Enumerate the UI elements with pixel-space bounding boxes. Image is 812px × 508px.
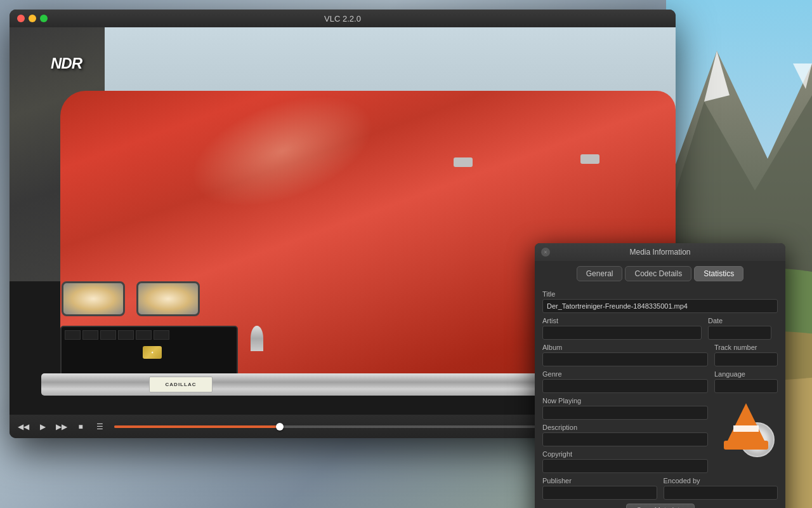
media-info-panel: × Media Information General Codec Detail… bbox=[535, 243, 785, 508]
window-controls bbox=[17, 15, 48, 22]
album-label: Album bbox=[542, 344, 708, 351]
maximize-button[interactable] bbox=[40, 15, 48, 22]
genre-label: Genre bbox=[542, 370, 708, 378]
cone-base bbox=[724, 441, 768, 450]
panel-tabs: General Codec Details Statistics bbox=[535, 261, 785, 286]
title-row: Title bbox=[542, 290, 778, 313]
title-label: Title bbox=[542, 290, 778, 298]
progress-fill bbox=[114, 425, 280, 428]
genre-group: Genre bbox=[542, 370, 708, 393]
publisher-label: Publisher bbox=[542, 477, 657, 485]
track-number-label: Track number bbox=[714, 344, 778, 351]
save-metadata-section: Save Metadata bbox=[542, 504, 778, 508]
album-group: Album bbox=[542, 344, 708, 366]
now-playing-input[interactable] bbox=[542, 406, 708, 420]
album-track-row: Album Track number bbox=[542, 344, 778, 366]
language-group: Language bbox=[714, 370, 778, 393]
tab-codec-details[interactable]: Codec Details bbox=[625, 266, 691, 281]
window-title: VLC 2.2.0 bbox=[324, 14, 361, 23]
artist-input[interactable] bbox=[542, 326, 702, 340]
vlc-titlebar: VLC 2.2.0 bbox=[10, 10, 676, 27]
genre-language-row: Genre Language bbox=[542, 370, 778, 393]
artist-date-row: Artist Date bbox=[542, 317, 778, 340]
language-input[interactable] bbox=[714, 379, 778, 393]
save-metadata-button[interactable]: Save Metadata bbox=[626, 504, 695, 508]
now-playing-section: Now Playing Description Copyright bbox=[542, 397, 778, 477]
ndr-logo: NDR bbox=[51, 56, 82, 71]
rewind-button[interactable]: ◀◀ bbox=[16, 419, 31, 434]
track-group: Track number bbox=[714, 344, 778, 366]
tab-statistics[interactable]: Statistics bbox=[694, 266, 743, 281]
vlc-icon-area bbox=[714, 397, 778, 460]
cone-body bbox=[726, 403, 766, 444]
progress-handle[interactable] bbox=[276, 423, 284, 431]
panel-title: Media Information bbox=[629, 248, 690, 257]
date-label: Date bbox=[708, 317, 771, 324]
tab-general[interactable]: General bbox=[577, 266, 623, 281]
language-label: Language bbox=[714, 370, 778, 378]
title-input[interactable] bbox=[542, 299, 778, 313]
album-input[interactable] bbox=[542, 352, 708, 366]
minimize-button[interactable] bbox=[29, 15, 36, 22]
panel-content: Title Artist Date Album Track number bbox=[535, 286, 785, 508]
stop-button[interactable]: ■ bbox=[73, 419, 88, 434]
vlc-cone bbox=[721, 400, 771, 457]
cone-stripe bbox=[733, 425, 759, 432]
publisher-encoded-row: Publisher Encoded by bbox=[542, 477, 778, 500]
artist-group: Artist bbox=[542, 317, 702, 340]
playlist-button[interactable]: ☰ bbox=[92, 419, 107, 434]
description-input[interactable] bbox=[542, 432, 708, 446]
date-input[interactable] bbox=[708, 326, 771, 340]
publisher-input[interactable] bbox=[542, 486, 657, 500]
copyright-input[interactable] bbox=[542, 459, 708, 473]
panel-close-button[interactable]: × bbox=[541, 248, 550, 257]
play-button[interactable]: ▶ bbox=[35, 419, 50, 434]
close-button[interactable] bbox=[17, 15, 25, 22]
encoded-by-group: Encoded by bbox=[664, 477, 778, 500]
encoded-by-label: Encoded by bbox=[664, 477, 778, 485]
artist-label: Artist bbox=[542, 317, 702, 324]
publisher-group: Publisher bbox=[542, 477, 657, 500]
fast-forward-button[interactable]: ▶▶ bbox=[54, 419, 69, 434]
panel-titlebar: × Media Information bbox=[535, 243, 785, 261]
genre-input[interactable] bbox=[542, 379, 708, 393]
date-group: Date bbox=[708, 317, 771, 340]
encoded-by-input[interactable] bbox=[664, 486, 778, 500]
track-number-input[interactable] bbox=[714, 352, 778, 366]
